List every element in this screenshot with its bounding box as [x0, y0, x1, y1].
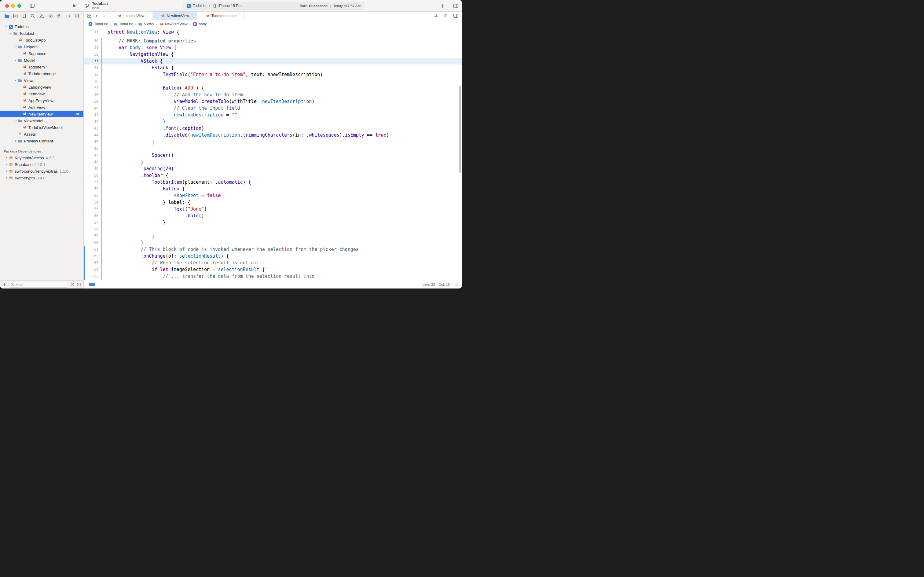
code-line-41[interactable]: 41 newItemDescription = "" [84, 111, 462, 118]
recent-files-filter-icon[interactable] [70, 282, 74, 287]
filter-input[interactable]: Filter [8, 282, 68, 288]
sidebar-item-todolistapp[interactable]: TodoListApp [0, 37, 84, 44]
code-line-45[interactable]: 45 } [84, 139, 462, 145]
code-line-53[interactable]: 53 showSheet = false [84, 192, 462, 199]
code-line-47[interactable]: 47 Spacer() [84, 152, 462, 159]
line-number[interactable]: 58 [84, 227, 98, 231]
code-line-54[interactable]: 54 } label: { [84, 199, 462, 206]
code-line-65[interactable]: 65 // ... transfer the data from the sel… [84, 273, 462, 280]
close-window-button[interactable] [5, 4, 9, 8]
code-line-35[interactable]: 35 TextField("Enter a to-do item", text:… [84, 71, 462, 78]
line-number[interactable]: 37 [84, 86, 98, 90]
line-number[interactable]: 52 [84, 187, 98, 191]
code-line-51[interactable]: 51 ToolbarItem(placement: .automatic) { [84, 179, 462, 185]
line-number[interactable]: 61 [84, 247, 98, 251]
breadcrumb-todolist[interactable]: TodoList [88, 22, 108, 26]
sidebar-item-itemview[interactable]: ItemView [0, 90, 84, 97]
editor-bottom-indicator[interactable] [89, 283, 95, 286]
package-item-swift-crypto[interactable]: swift-crypto3.4.0 [0, 174, 84, 181]
code-line-36[interactable]: 36 [84, 78, 462, 85]
run-button[interactable] [72, 4, 77, 8]
debug-navigator-icon[interactable] [56, 13, 62, 19]
code-line-60[interactable]: 60 } [84, 239, 462, 246]
disclosure-chevron-right-icon[interactable] [4, 156, 8, 159]
disclosure-chevron-down-icon[interactable] [4, 25, 8, 28]
disclosure-chevron-down-icon[interactable] [13, 59, 18, 62]
swap-editor-icon[interactable] [434, 13, 438, 18]
code-line-33[interactable]: 33 VStack { [84, 58, 462, 64]
related-items-icon[interactable] [87, 13, 92, 18]
go-forward-icon[interactable] [102, 14, 106, 18]
line-number[interactable]: 31 [84, 45, 98, 50]
line-number[interactable]: 41 [84, 113, 98, 117]
sidebar-item-assets[interactable]: Assets [0, 131, 84, 137]
line-number[interactable]: 11 [84, 30, 98, 34]
project-navigator-icon[interactable] [4, 13, 10, 19]
sidebar-item-todolist[interactable]: TodoList [0, 30, 84, 37]
line-number[interactable]: 55 [84, 207, 98, 211]
line-number[interactable]: 47 [84, 153, 98, 157]
minimize-window-button[interactable] [11, 4, 15, 8]
library-add-button[interactable] [440, 4, 445, 8]
line-number[interactable]: 40 [84, 106, 98, 110]
disclosure-chevron-right-icon[interactable] [4, 176, 8, 179]
line-number[interactable]: 30 [84, 39, 98, 43]
disclosure-chevron-down-icon[interactable] [13, 45, 18, 48]
sidebar-item-viewmodel[interactable]: ViewModel [0, 118, 84, 124]
sidebar-item-model[interactable]: Model [0, 57, 84, 64]
line-number[interactable]: 36 [84, 79, 98, 84]
sidebar-item-todoitemimage[interactable]: TodoItemImage [0, 70, 84, 77]
line-number[interactable]: 44 [84, 133, 98, 137]
line-number[interactable]: 64 [84, 268, 98, 272]
breadcrumb-todolist[interactable]: TodoList [113, 22, 133, 26]
tab-landingview[interactable]: LandingView [109, 11, 153, 20]
disclosure-chevron-down-icon[interactable] [9, 32, 13, 35]
sidebar-item-helpers[interactable]: Helpers [0, 44, 84, 50]
line-number[interactable]: 45 [84, 140, 98, 144]
code-line-48[interactable]: 48 } [84, 159, 462, 165]
line-number[interactable]: 62 [84, 254, 98, 258]
code-line-56[interactable]: 56 .bold() [84, 213, 462, 219]
disclosure-chevron-down-icon[interactable] [13, 79, 18, 82]
code-line-57[interactable]: 57 } [84, 219, 462, 226]
package-item-keychainaccess[interactable]: KeychainAccess4.2.2 [0, 154, 84, 161]
breakpoint-navigator-icon[interactable] [65, 13, 71, 19]
issue-navigator-icon[interactable] [39, 13, 45, 19]
sidebar-item-preview-content[interactable]: Preview Content [0, 137, 84, 144]
scm-status-filter-icon[interactable] [77, 282, 81, 287]
line-number[interactable]: 49 [84, 166, 98, 171]
tab-newitemview[interactable]: NewItemView [153, 11, 197, 20]
code-line-31[interactable]: 31 var body: some View { [84, 44, 462, 51]
zoom-window-button[interactable] [18, 4, 21, 8]
scheme-selector[interactable]: TodoList › iPhone 15 Pro [187, 4, 242, 8]
line-number[interactable]: 32 [84, 52, 98, 56]
activity-bar[interactable]: TodoList › iPhone 15 Pro Build Succeeded… [183, 2, 364, 10]
source-control-navigator-icon[interactable] [13, 13, 18, 19]
line-number[interactable]: 39 [84, 99, 98, 103]
toggle-navigator-icon[interactable] [29, 3, 35, 8]
go-back-icon[interactable] [95, 14, 99, 18]
disclosure-chevron-right-icon[interactable] [4, 163, 8, 166]
line-number[interactable]: 53 [84, 193, 98, 198]
sidebar-item-landingview[interactable]: LandingView [0, 84, 84, 90]
editor-options-button[interactable] [453, 3, 458, 8]
code-line-58[interactable]: 58 [84, 226, 462, 232]
vertical-scrollbar[interactable] [459, 85, 461, 172]
code-line-61[interactable]: 61 // This block of code is invoked when… [84, 246, 462, 253]
report-navigator-icon[interactable] [74, 13, 79, 19]
test-navigator-icon[interactable] [48, 13, 53, 19]
sidebar-item-todolist[interactable]: TodoList [0, 23, 84, 30]
breadcrumb-body[interactable]: Pbody [193, 22, 206, 26]
code-line-64[interactable]: 64 if let imageSelection = selectionResu… [84, 266, 462, 273]
bookmark-navigator-icon[interactable] [21, 13, 27, 19]
find-navigator-icon[interactable] [30, 13, 36, 19]
code-line-55[interactable]: 55 Text("Done") [84, 206, 462, 213]
line-number[interactable]: 38 [84, 93, 98, 97]
line-number[interactable]: 50 [84, 173, 98, 177]
disclosure-chevron-right-icon[interactable] [4, 169, 8, 172]
code-line-63[interactable]: 63 // When the selection result is not n… [84, 259, 462, 266]
code-line-34[interactable]: 34 HStack { [84, 64, 462, 71]
adjust-editor-options-icon[interactable] [443, 13, 448, 18]
sidebar-item-todoitem[interactable]: TodoItem [0, 64, 84, 70]
code-line-37[interactable]: 37 Button("ADD") { [84, 85, 462, 91]
